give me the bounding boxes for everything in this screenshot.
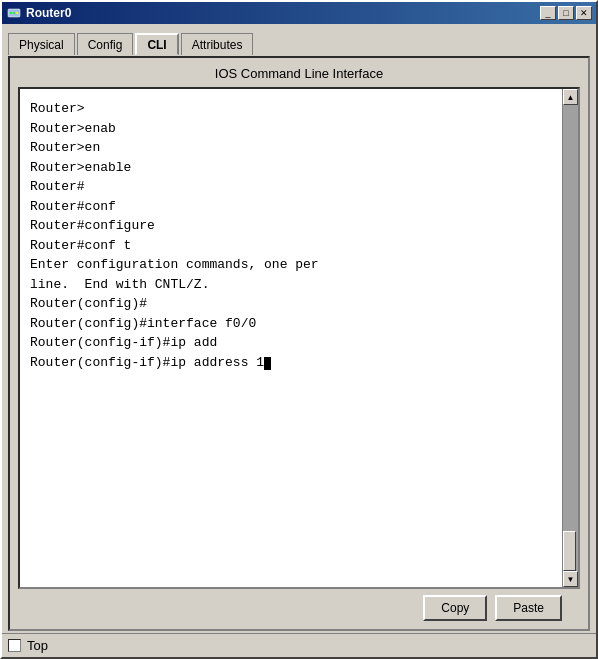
- title-controls: _ □ ✕: [540, 6, 592, 20]
- scrollbar-thumb[interactable]: [563, 531, 576, 571]
- content-area: IOS Command Line Interface Router> Route…: [8, 56, 590, 631]
- top-label: Top: [27, 638, 48, 653]
- top-checkbox[interactable]: [8, 639, 21, 652]
- terminal-wrapper: Router> Router>enab Router>en Router>ena…: [18, 87, 580, 589]
- minimize-button[interactable]: _: [540, 6, 556, 20]
- tab-bar: Physical Config CLI Attributes: [2, 24, 596, 54]
- scrollbar-up-button[interactable]: ▲: [563, 89, 578, 105]
- scrollbar-down-button[interactable]: ▼: [563, 571, 578, 587]
- main-window: Router0 _ □ ✕ Physical Config CLI Attrib…: [0, 0, 598, 659]
- maximize-button[interactable]: □: [558, 6, 574, 20]
- svg-point-2: [13, 12, 15, 14]
- scrollbar-track[interactable]: [563, 105, 578, 571]
- tab-cli[interactable]: CLI: [135, 33, 178, 55]
- terminal-cursor: [264, 357, 271, 370]
- title-bar-left: Router0: [6, 5, 71, 21]
- paste-button[interactable]: Paste: [495, 595, 562, 621]
- close-button[interactable]: ✕: [576, 6, 592, 20]
- tab-config[interactable]: Config: [77, 33, 134, 55]
- terminal-output[interactable]: Router> Router>enab Router>en Router>ena…: [20, 89, 562, 587]
- router-icon: [6, 5, 22, 21]
- cli-heading: IOS Command Line Interface: [18, 66, 580, 81]
- tab-attributes[interactable]: Attributes: [181, 33, 254, 55]
- svg-point-1: [10, 12, 12, 14]
- copy-button[interactable]: Copy: [423, 595, 487, 621]
- tab-physical[interactable]: Physical: [8, 33, 75, 55]
- svg-point-3: [16, 12, 18, 14]
- window-title: Router0: [26, 6, 71, 20]
- status-bar: Top: [2, 633, 596, 657]
- title-bar: Router0 _ □ ✕: [2, 2, 596, 24]
- button-row: Copy Paste: [18, 595, 580, 621]
- scrollbar[interactable]: ▲ ▼: [562, 89, 578, 587]
